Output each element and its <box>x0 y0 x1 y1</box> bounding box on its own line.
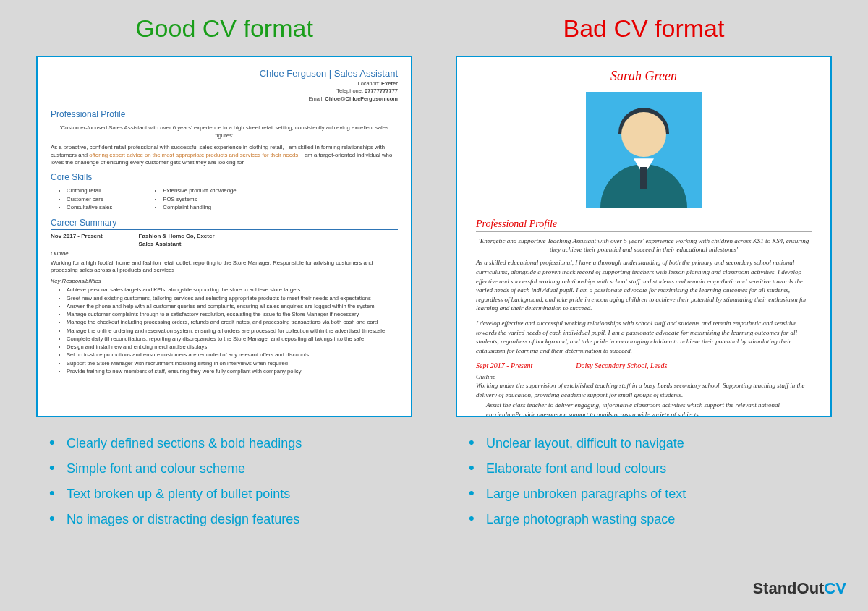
cv-contact: Location: Exeter Telephone: 07777777777 … <box>51 80 398 103</box>
resp-item: Manage the online ordering and reservati… <box>67 328 398 335</box>
job-title: Sales Assistant <box>139 241 182 247</box>
skill-item: Customer care <box>67 196 112 204</box>
bad-bullets: Unclear layout, difficult to navigate El… <box>456 436 832 537</box>
bad-job-date: Sept 2017 - Present <box>476 361 532 371</box>
bad-paragraph-1: As a skilled educational professional, I… <box>476 258 812 313</box>
skills-heading: Core Skills <box>51 171 398 184</box>
bad-title: Bad CV format <box>456 14 832 43</box>
job-header: Nov 2017 - Present Fashion & Home Co, Ex… <box>51 233 398 249</box>
responsibilities-heading: Key Responsibilities <box>51 278 398 286</box>
job-date: Nov 2017 - Present <box>51 233 103 249</box>
bad-outline-heading: Outline <box>476 372 812 381</box>
skills-columns: Clothing retail Customer care Consultati… <box>51 187 398 213</box>
bullet-item: Large photograph wasting space <box>469 512 832 527</box>
location-value: Exeter <box>381 80 398 87</box>
avatar-image <box>586 92 702 208</box>
resp-item: Complete daily till reconciliations, rep… <box>67 336 398 343</box>
cv-name: Chloe Ferguson | Sales Assistant <box>51 67 398 80</box>
standout-cv-logo: StandOutCV <box>752 579 846 598</box>
bad-job-header: Sept 2017 - Present Daisy Secondary Scho… <box>476 361 812 371</box>
para-highlight: offering expert advice on the most appro… <box>89 152 299 158</box>
bullet-item: Simple font and colour scheme <box>49 461 412 477</box>
skill-item: Consultative sales <box>67 204 112 212</box>
resp-item: Answer the phone and help with all custo… <box>67 303 398 310</box>
bad-profile-heading: Professional Profile <box>476 218 812 232</box>
comparison-container: Good CV format Chloe Ferguson | Sales As… <box>0 0 868 611</box>
good-cv-preview: Chloe Ferguson | Sales Assistant Locatio… <box>36 56 412 417</box>
bullet-item: Text broken up & plenty of bullet points <box>49 487 412 502</box>
profile-heading: Professional Profile <box>51 108 398 121</box>
resp-item: Manage the checkout including processing… <box>67 319 398 326</box>
skills-right: Extensive product knowledge POS systems … <box>156 187 236 213</box>
resp-item: Manage customer complaints through to a … <box>67 311 398 318</box>
bad-outline-text: Working under the supervision of establi… <box>476 381 812 399</box>
logo-standout: StandOut <box>752 579 824 597</box>
job-company: Fashion & Home Co, Exeter <box>139 233 215 239</box>
profile-quote: 'Customer-focused Sales Assistant with o… <box>51 124 398 140</box>
skill-item: Extensive product knowledge <box>163 187 236 195</box>
resp-item: Provide training to new members of staff… <box>67 368 398 375</box>
resp-item: Set up in-store promotions and ensure cu… <box>67 351 398 359</box>
skills-left: Clothing retail Customer care Consultati… <box>59 187 112 213</box>
tel-value: 07777777777 <box>365 87 398 94</box>
bullet-item: Large unbroken paragraphs of text <box>469 487 832 502</box>
bad-cv-preview: Sarah Green Professional Profile 'Energe… <box>456 56 832 417</box>
profile-paragraph: As a proactive, confident retail profess… <box>51 144 398 167</box>
tel-label: Telephone: <box>336 87 363 94</box>
resp-item: Greet new and existing customers, tailor… <box>67 295 398 302</box>
resp-item: Achieve personal sales targets and KPIs,… <box>67 286 398 294</box>
bullet-item: Elaborate font and loud colours <box>469 461 832 477</box>
career-heading: Career Summary <box>51 217 398 230</box>
resp-item: Design and install new and enticing merc… <box>67 343 398 351</box>
good-title: Good CV format <box>36 14 412 43</box>
bad-column: Bad CV format Sarah Green Professional P… <box>456 14 832 611</box>
skill-item: Complaint handling <box>163 204 236 212</box>
bad-paragraph-2: I develop effective and successful worki… <box>476 319 812 355</box>
skill-item: POS systems <box>163 196 236 204</box>
avatar-head <box>621 112 666 157</box>
email-label: Email: <box>308 95 323 102</box>
resp-item: Support the Store Manager with recruitme… <box>67 360 398 367</box>
good-column: Good CV format Chloe Ferguson | Sales As… <box>36 14 412 611</box>
bad-cv-name: Sarah Green <box>476 67 812 85</box>
bullet-item: Clearly defined sections & bold headings <box>49 436 412 451</box>
location-label: Location: <box>358 80 380 87</box>
bad-resp-1: Assist the class teacher to deliver enga… <box>476 401 812 417</box>
email-value: Chloe@ChloeFerguson.com <box>325 95 398 102</box>
bullet-item: No images or distracting design features <box>49 512 412 527</box>
avatar-tie <box>640 167 647 189</box>
job-company-title: Fashion & Home Co, Exeter Sales Assistan… <box>139 233 215 249</box>
skill-item: Clothing retail <box>67 187 112 195</box>
good-bullets: Clearly defined sections & bold headings… <box>36 436 412 537</box>
outline-text: Working for a high footfall home and fas… <box>51 260 398 275</box>
logo-cv: CV <box>824 579 846 597</box>
responsibilities-list: Achieve personal sales targets and KPIs,… <box>51 286 398 375</box>
outline-heading: Outline <box>51 250 398 258</box>
bullet-item: Unclear layout, difficult to navigate <box>469 436 832 451</box>
bad-profile-quote: 'Energetic and supportive Teaching Assis… <box>476 236 812 254</box>
bad-job-company: Daisy Secondary School, Leeds <box>576 361 667 371</box>
